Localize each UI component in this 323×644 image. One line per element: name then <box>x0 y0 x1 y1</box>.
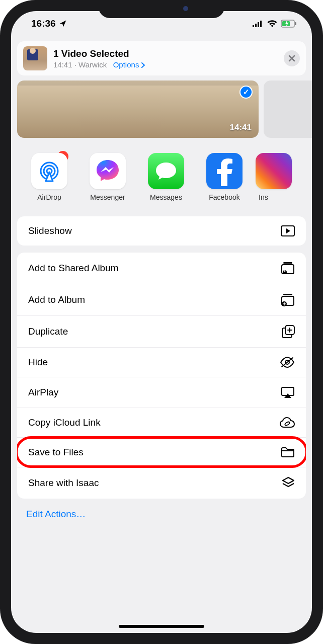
app-label: Messages <box>139 193 193 201</box>
action-label: Add to Shared Album <box>28 263 119 274</box>
close-button[interactable] <box>284 50 300 66</box>
cellular-icon <box>253 20 264 27</box>
app-instagram[interactable]: Ins <box>256 153 280 201</box>
action-duplicate[interactable]: Duplicate <box>17 315 306 347</box>
action-label: Slideshow <box>28 225 72 236</box>
airplay-icon <box>281 386 295 398</box>
svg-rect-1 <box>255 24 257 27</box>
preview-tile-next[interactable] <box>264 80 312 138</box>
action-save-to-files[interactable]: Save to Files <box>17 437 306 467</box>
svg-point-21 <box>284 421 290 426</box>
eye-slash-icon <box>280 357 295 368</box>
svg-rect-2 <box>258 22 259 27</box>
share-apps-row[interactable]: 1 AirDrop Messenger Messages <box>11 138 312 209</box>
duplicate-icon <box>282 325 295 338</box>
selection-check-icon[interactable] <box>239 86 253 99</box>
action-label: Share with Isaac <box>28 477 99 489</box>
action-label: Hide <box>28 357 48 368</box>
app-label: Facebook <box>197 193 252 201</box>
status-right <box>253 20 297 28</box>
stack-icon <box>282 476 295 490</box>
action-label: Add to Album <box>28 294 85 305</box>
messages-icon <box>148 153 184 189</box>
action-card-main: Add to Shared Album Add to Album Duplica… <box>17 253 306 499</box>
preview-duration: 14:41 <box>230 123 252 133</box>
notch <box>99 0 224 18</box>
header-subtitle: 14:41 · Warwick Options <box>53 60 145 69</box>
home-indicator[interactable] <box>119 625 204 628</box>
action-card-single: Slideshow <box>17 216 306 246</box>
svg-point-14 <box>284 270 286 272</box>
header-sub-time: 14:41 <box>53 60 72 69</box>
app-label: AirDrop <box>22 193 76 201</box>
svg-rect-11 <box>283 262 292 264</box>
app-facebook[interactable]: Facebook <box>197 153 252 201</box>
svg-rect-0 <box>253 25 254 27</box>
messenger-icon <box>90 153 126 189</box>
header-sub-location: Warwick <box>78 60 107 69</box>
airdrop-icon <box>31 153 67 189</box>
options-link[interactable]: Options <box>113 60 145 69</box>
svg-rect-3 <box>260 21 262 27</box>
app-label: Messenger <box>80 193 135 201</box>
close-icon <box>288 55 295 62</box>
play-rect-icon <box>281 225 295 236</box>
album-add-icon <box>281 293 295 306</box>
action-airplay[interactable]: AirPlay <box>17 377 306 408</box>
share-sheet-header: 1 Video Selected 14:41 · Warwick Options <box>17 41 306 75</box>
action-add-shared-album[interactable]: Add to Shared Album <box>17 253 306 284</box>
app-label: Ins <box>256 193 280 201</box>
svg-rect-6 <box>295 22 296 25</box>
app-messages[interactable]: Messages <box>139 153 193 201</box>
preview-strip[interactable]: 14:41 <box>17 80 312 138</box>
chevron-right-icon <box>141 62 145 68</box>
wifi-icon <box>267 20 278 28</box>
device-frame: 16:36 1 Video Selected 14:41 · Warwick O… <box>0 0 323 644</box>
instagram-icon <box>256 153 292 189</box>
action-share-with-isaac[interactable]: Share with Isaac <box>17 467 306 499</box>
facebook-icon <box>206 153 243 189</box>
selection-thumbnail[interactable] <box>23 46 47 70</box>
action-copy-icloud-link[interactable]: Copy iCloud Link <box>17 408 306 437</box>
folder-icon <box>281 447 295 458</box>
location-icon <box>59 20 67 28</box>
status-time: 16:36 <box>31 18 56 29</box>
header-text: 1 Video Selected 14:41 · Warwick Options <box>53 48 145 69</box>
action-label: AirPlay <box>28 387 58 398</box>
shared-album-icon <box>281 262 295 275</box>
action-add-album[interactable]: Add to Album <box>17 284 306 315</box>
action-label: Duplicate <box>28 326 68 337</box>
action-label: Copy iCloud Link <box>28 417 101 428</box>
battery-icon <box>281 20 297 28</box>
app-airdrop[interactable]: 1 AirDrop <box>22 153 76 201</box>
header-title: 1 Video Selected <box>53 48 145 59</box>
action-label: Save to Files <box>28 447 84 458</box>
action-hide[interactable]: Hide <box>17 347 306 377</box>
screen: 16:36 1 Video Selected 14:41 · Warwick O… <box>11 11 312 633</box>
preview-tile[interactable]: 14:41 <box>17 80 259 138</box>
svg-rect-15 <box>283 294 292 295</box>
status-left: 16:36 <box>31 18 67 29</box>
app-messenger[interactable]: Messenger <box>80 153 135 201</box>
action-slideshow[interactable]: Slideshow <box>17 216 306 246</box>
edit-actions-link[interactable]: Edit Actions… <box>11 499 312 540</box>
icloud-link-icon <box>280 417 295 428</box>
